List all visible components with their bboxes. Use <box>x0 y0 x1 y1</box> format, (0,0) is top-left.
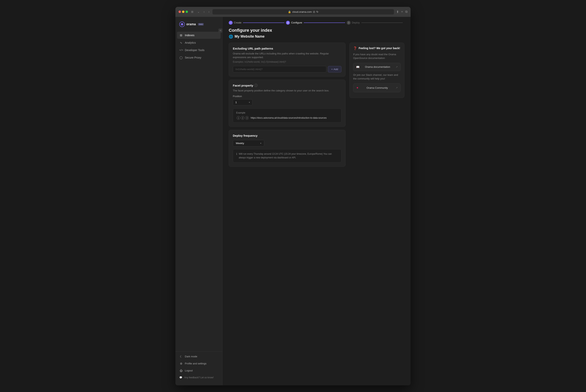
facet-property-title: Facet property <box>233 84 253 87</box>
sidebar-item-analytics-label: Analytics <box>185 41 196 44</box>
wizard-step-deploy: 3 Deploy <box>347 21 360 25</box>
add-button-label: Add <box>334 68 338 71</box>
url-patterns-title: Excluding URL path patterns <box>233 47 341 50</box>
book-icon: 📖 <box>356 66 360 68</box>
sidebar-item-secure-proxy[interactable]: ◯ Secure Proxy <box>177 54 221 61</box>
add-pattern-button[interactable]: + Add <box>328 66 341 72</box>
plus-icon: + <box>331 68 333 71</box>
sidebar-item-dark-mode-label: Dark mode <box>185 355 197 358</box>
sidebar: orama beta ⊟ ⊟ Indexes ∿ Analytics </> D… <box>175 17 222 385</box>
forward-button[interactable]: › <box>208 10 210 14</box>
sidebar-bottom: ☾ Dark mode ⚙ Profile and settings ⏻ Log… <box>175 352 222 382</box>
analytics-icon: ∿ <box>179 41 183 44</box>
url-input-row: + Add <box>233 66 341 72</box>
sidebar-item-developer-tools-label: Developer Tools <box>185 48 204 52</box>
orama-community-button[interactable]: ✦ Orama Community ↗ <box>353 84 401 92</box>
deploy-info-text: Will run every Thursday around 13:24 UTC… <box>239 152 338 160</box>
help-question-icon: ❓ <box>353 46 357 50</box>
step-line-2 <box>304 22 345 23</box>
feedback-label: Any feedback? Let us know! <box>184 376 214 379</box>
traffic-lights <box>179 10 188 13</box>
step-configure-label: Configure <box>291 21 302 24</box>
sidebar-item-analytics[interactable]: ∿ Analytics <box>177 39 221 46</box>
step-configure-number: 2 <box>286 21 290 25</box>
sidebar-item-profile-label: Profile and settings <box>185 362 207 365</box>
index-name-label: My Website Name <box>235 34 264 38</box>
sidebar-toggle-icon[interactable]: ⊞ <box>190 10 194 14</box>
help-intro-text: If you have any doubt read the Orama Ope… <box>353 52 401 60</box>
step-create-number: ✓ <box>229 21 233 25</box>
back-button[interactable]: ‹ <box>203 10 205 14</box>
sidebar-item-indexes-label: Indexes <box>185 34 194 37</box>
external-link-icon-docs: ↗ <box>396 66 398 68</box>
deploy-select-arrow-icon: ▾ <box>260 142 261 144</box>
sidebar-item-profile[interactable]: ⚙ Profile and settings <box>177 360 221 367</box>
indexes-icon: ⊟ <box>179 34 183 37</box>
sidebar-item-dark-mode[interactable]: ☾ Dark mode <box>177 353 221 360</box>
profile-icon: ⚙ <box>179 362 183 365</box>
position-value: 1 <box>235 101 237 104</box>
external-link-icon-community: ↗ <box>396 86 398 89</box>
url-segment-badge-3: 3 <box>245 116 249 120</box>
main-content: ✓ Create 2 Configure 3 Deploy <box>222 17 411 385</box>
facet-property-description: The facet property position define the c… <box>233 89 341 92</box>
minimize-button[interactable] <box>182 10 184 13</box>
deploy-info-box: ℹ Will run every Thursday around 13:24 U… <box>233 149 341 162</box>
chevron-down-icon[interactable]: ⌄ <box>197 10 200 14</box>
select-arrow-icon: ▾ <box>249 101 250 104</box>
orama-docs-button[interactable]: 📖 Orama documentation ↗ <box>353 63 401 71</box>
feedback-icon: 💬 <box>179 376 182 379</box>
url-example-header: Example <box>236 112 338 114</box>
content-layout: Excluding URL path patterns Orama will e… <box>229 43 404 167</box>
url-pattern-input[interactable] <box>233 66 326 72</box>
url-patterns-example: Examples: /v1/hello-world, \/v(1-5)\/rel… <box>233 60 341 63</box>
side-panel: ❓ Feeling lost? We got your back! If you… <box>350 43 404 167</box>
maximize-button[interactable] <box>186 10 188 13</box>
step-line-3 <box>361 22 403 23</box>
url-segment-badge-2: 2 <box>241 116 244 120</box>
logo-text: orama <box>186 22 196 26</box>
share-icon[interactable]: ⬆ <box>396 10 399 14</box>
orama-community-label: Orama Community <box>360 86 394 89</box>
address-bar[interactable]: 🔒 cloud.orama.com ⊡ ↻ <box>212 9 394 14</box>
orama-docs-label: Orama documentation <box>361 66 394 68</box>
sidebar-item-logout[interactable]: ⏻ Logout <box>177 367 221 374</box>
logo-area: orama beta <box>175 20 222 32</box>
sidebar-collapse-button[interactable]: ⊟ <box>218 28 222 32</box>
url-patterns-description: Orama will exclude the URLs including th… <box>233 52 341 59</box>
feedback-item[interactable]: 💬 Any feedback? Let us know! <box>177 374 221 381</box>
page-title: Configure your index <box>229 28 404 33</box>
main-panel: Excluding URL path patterns Orama will e… <box>229 43 346 167</box>
app-container: orama beta ⊟ ⊟ Indexes ∿ Analytics </> D… <box>175 17 411 385</box>
sidebar-item-developer-tools[interactable]: </> Developer Tools <box>177 46 221 54</box>
info-icon[interactable]: i <box>254 84 257 87</box>
facet-property-card: Facet property i The facet property posi… <box>229 80 346 127</box>
deploy-frequency-value: Weekly <box>236 142 244 145</box>
url-segment-badge-1: 1 <box>236 116 240 120</box>
help-middle-text: Or join our Slack channel, our team and … <box>353 73 401 81</box>
deploy-frequency-select[interactable]: Weekly ▾ <box>233 140 264 146</box>
wizard-step-configure: 2 Configure <box>286 21 302 25</box>
index-name-row: 🌐 My Website Name <box>229 34 404 39</box>
url-full-text: https://docs.askorama.ai/cloud/data-sour… <box>251 116 327 119</box>
secure-proxy-icon: ◯ <box>179 56 183 59</box>
translate-icon: ⊡ <box>313 10 315 13</box>
svg-point-1 <box>181 23 183 26</box>
deploy-frequency-card: Deploy frequency Weekly ▾ ℹ Will run eve… <box>229 130 346 167</box>
logout-icon: ⏻ <box>179 369 183 372</box>
slack-icon: ✦ <box>356 86 359 90</box>
orama-logo-icon <box>179 22 185 27</box>
wizard-progress: ✓ Create 2 Configure 3 Deploy <box>222 17 411 28</box>
url-example-content: 1 2 3 https://docs.askorama.ai/cloud/dat… <box>236 116 338 120</box>
step-deploy-number: 3 <box>347 21 351 25</box>
wizard-step-create: ✓ Create <box>229 21 241 25</box>
close-button[interactable] <box>179 10 181 13</box>
sidebar-item-logout-label: Logout <box>185 369 193 372</box>
facet-title-row: Facet property i <box>233 84 341 87</box>
tabs-icon[interactable]: ⧉ <box>405 10 407 14</box>
index-website-icon: 🌐 <box>229 34 233 39</box>
new-tab-icon[interactable]: + <box>401 10 403 14</box>
sidebar-item-indexes[interactable]: ⊟ Indexes <box>177 32 221 39</box>
refresh-icon: ↻ <box>316 10 319 13</box>
position-select[interactable]: 1 ▾ <box>233 99 252 105</box>
